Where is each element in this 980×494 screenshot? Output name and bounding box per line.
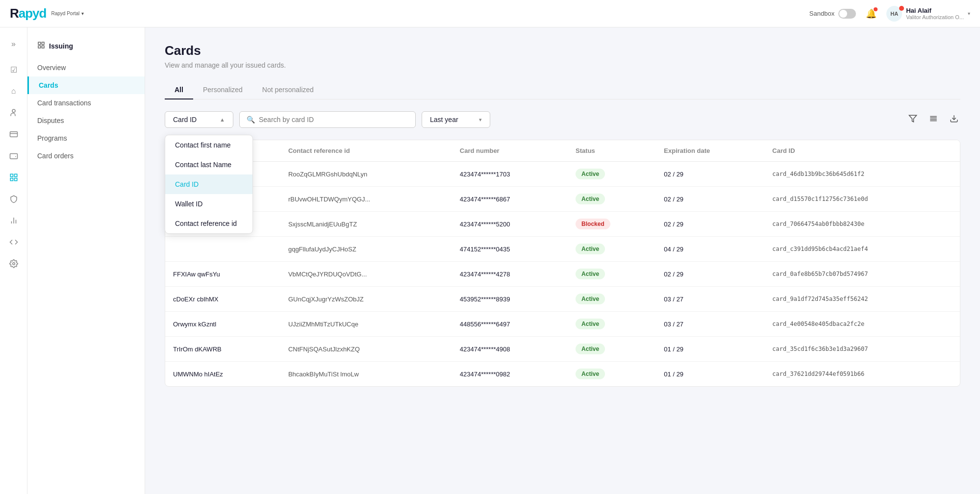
sidebar-item-label: Cards [39,81,58,89]
sidebar-item-card-orders[interactable]: Card orders [27,147,145,165]
svg-rect-12 [38,42,41,45]
cell-contact-ref-id-1: rBUvwOHLTDWQymYQGJ... [280,187,452,212]
rail-issuing-icon[interactable] [5,169,23,186]
dropdown-item-contact-reference-id[interactable]: Contact reference id [165,214,252,233]
rail-chart-icon[interactable] [5,212,23,229]
user-menu[interactable]: HA Hai Alaif Valitor Authorization O... … [886,6,970,22]
cards-table: Contact name Contact reference id Card n… [165,140,960,386]
filter-bar: Card ID ▲ Contact first name Contact las… [165,111,960,128]
rail-dashboard-icon[interactable]: ☑ [5,61,23,78]
user-subtitle: Valitor Authorization O... [906,14,964,20]
filter-button[interactable] [906,112,919,127]
tab-all-label: All [175,86,183,94]
search-input[interactable] [259,116,408,124]
filter-type-selected: Card ID [173,116,197,124]
export-button[interactable] [948,112,960,127]
rail-shield-icon[interactable] [5,190,23,208]
table-row[interactable]: FFXIAw qwFsYu VbMCtQeJYRDUQoVDtG... 4234… [165,262,960,287]
status-badge: Active [576,169,605,179]
cell-card-number-6: 448556******6497 [452,312,568,337]
status-badge: Blocked [576,219,610,229]
cell-contact-name-5: cDoEXr cbIhMX [165,287,280,312]
portal-switcher[interactable]: Rapyd Portal ▾ [51,11,84,16]
user-caret-icon: ▾ [968,11,970,16]
portal-caret-icon: ▾ [81,11,84,16]
notifications-bell[interactable]: 🔔 [866,8,877,19]
tab-all[interactable]: All [165,81,193,99]
table-header: Contact name Contact reference id Card n… [165,140,960,162]
cell-expiration-date-6: 03 / 27 [656,312,764,337]
table-row[interactable]: UMWNMo hIAtEz BhcaokBIyMuTiSt lmoLw 4234… [165,362,960,387]
table-row[interactable]: RooZqGLMRGshUbdqNLyn 423474******1703 Ac… [165,162,960,187]
table-row[interactable]: TrIrOm dKAWRB CNtFNjSQASutJlzxhKZQ 42347… [165,337,960,362]
dropdown-item-wallet-id[interactable]: Wallet ID [165,194,252,214]
status-badge: Active [576,344,605,354]
sidebar: Issuing Overview Cards Card transactions… [27,27,145,494]
cell-contact-ref-id-0: RooZqGLMRGshUbdqNLyn [280,162,452,187]
table-row[interactable]: Orwymx kGzntl UJziiZMhMtiTzUTkUCqe 44855… [165,312,960,337]
user-initials: HA [890,11,898,17]
cell-contact-ref-id-3: gqgFllufaUydJyCJHoSZ [280,237,452,262]
svg-rect-5 [14,174,17,176]
cell-card-number-3: 474152******0435 [452,237,568,262]
col-status: Status [568,140,656,162]
svg-rect-6 [10,178,13,181]
cell-expiration-date-3: 04 / 29 [656,237,764,262]
rail-expand-icon[interactable]: » [5,35,23,53]
rail-users-icon[interactable] [5,104,23,122]
cell-card-id-5: card_9a1df72d745a35eff56242 [764,287,960,312]
tabs-bar: All Personalized Not personalized [165,81,960,99]
rail-home-icon[interactable]: ⌂ [5,82,23,100]
table-row[interactable]: gqgFllufaUydJyCJHoSZ 474152******0435 Ac… [165,237,960,262]
sandbox-toggle[interactable]: Sandbox [809,9,856,19]
icon-rail: » ☑ ⌂ [0,27,27,494]
cell-contact-name-3 [165,237,280,262]
user-status-dot [899,6,904,11]
col-card-number: Card number [452,140,568,162]
sidebar-item-overview[interactable]: Overview [27,59,145,76]
dropdown-item-contact-last-name[interactable]: Contact last Name [165,155,252,174]
cell-expiration-date-4: 02 / 29 [656,262,764,287]
cell-card-id-4: card_0afe8b65b7cb07bd574967 [764,262,960,287]
sidebar-item-card-transactions[interactable]: Card transactions [27,94,145,112]
status-badge: Active [576,194,605,204]
cell-expiration-date-1: 02 / 29 [656,187,764,212]
rail-code-icon[interactable] [5,233,23,251]
dropdown-item-contact-first-name[interactable]: Contact first name [165,135,252,155]
tab-not-personalized[interactable]: Not personalized [252,81,324,99]
rail-card-icon[interactable] [5,125,23,143]
rail-settings-icon[interactable] [5,255,23,272]
main-layout: » ☑ ⌂ Issuin [0,27,980,494]
sandbox-switch[interactable] [838,9,856,19]
cell-card-id-3: card_c391dd95b6cb4acd21aef4 [764,237,960,262]
sort-button[interactable] [927,112,940,127]
status-badge: Active [576,244,605,254]
cell-status-7: Active [568,337,656,362]
cell-status-5: Active [568,287,656,312]
cell-card-id-2: card_70664754ab0fbbb82430e [764,212,960,237]
dropdown-item-card-id[interactable]: Card ID [165,174,252,194]
rail-wallet-icon[interactable] [5,147,23,165]
cell-contact-ref-id-8: BhcaokBIyMuTiSt lmoLw [280,362,452,387]
date-range-dropdown[interactable]: Last year ▾ [422,111,490,128]
table-row[interactable]: rBUvwOHLTDWQymYQGJ... 423474******6867 A… [165,187,960,212]
sidebar-section-label: Issuing [49,42,73,50]
search-icon: 🔍 [247,116,255,124]
sidebar-item-label: Card orders [37,152,74,160]
cell-status-4: Active [568,262,656,287]
sidebar-item-disputes[interactable]: Disputes [27,112,145,129]
svg-marker-16 [909,115,917,122]
cell-expiration-date-2: 02 / 29 [656,212,764,237]
sidebar-item-cards[interactable]: Cards [27,76,145,94]
cell-card-id-1: card_d15570c1f12756c7361e0d [764,187,960,212]
table-row[interactable]: cDoEXr cbIhMX GUnCqjXJugrYzWsZObJZ 45395… [165,287,960,312]
svg-rect-15 [42,46,44,48]
cell-card-number-4: 423474******4278 [452,262,568,287]
filter-type-dropdown[interactable]: Card ID ▲ [165,111,233,128]
table-row[interactable]: SxjsscMLanidjEUuBgTZ 423474******5200 Bl… [165,212,960,237]
sidebar-item-programs[interactable]: Programs [27,129,145,147]
portal-label-text: Rapyd Portal [51,11,79,16]
cell-status-6: Active [568,312,656,337]
status-badge: Active [576,319,605,329]
tab-personalized[interactable]: Personalized [193,81,252,99]
